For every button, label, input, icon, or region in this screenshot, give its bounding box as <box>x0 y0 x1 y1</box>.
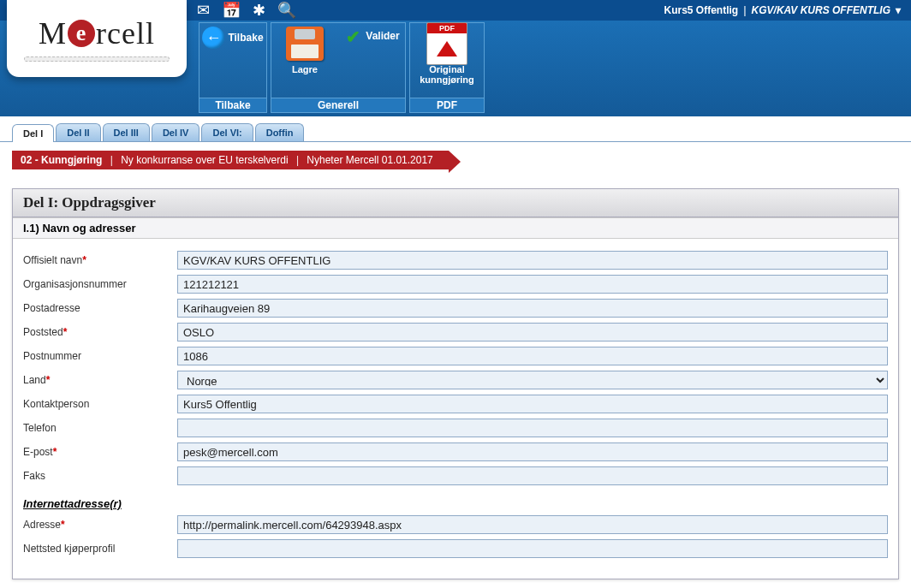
logo-text: M e rcell <box>39 15 155 51</box>
logo[interactable]: M e rcell <box>7 0 187 77</box>
label-faks: Faks <box>23 470 177 482</box>
ribbon-group-label: Tilbake <box>199 98 266 112</box>
section-title: I.1) Navn og adresser <box>13 217 898 239</box>
tab-del-vi[interactable]: Del VI: <box>201 123 253 141</box>
input-nettsted[interactable] <box>177 539 888 558</box>
row-epost: E-post* <box>23 442 888 461</box>
tab-del-iv[interactable]: Del IV <box>152 123 200 141</box>
row-kontaktperson: Kontaktperson <box>23 395 888 413</box>
input-poststed[interactable] <box>177 323 888 342</box>
row-faks: Faks <box>23 466 888 485</box>
input-orgnr[interactable] <box>177 275 888 294</box>
logo-stitch <box>24 56 170 62</box>
ribbon-group-tilbake: ← Tilbake Tilbake <box>199 22 267 113</box>
ribbon-group-pdf: PDF Original kunngjøring PDF <box>409 22 485 113</box>
ribbon-group-label: PDF <box>410 98 484 112</box>
select-land[interactable]: Norge <box>177 371 888 389</box>
row-land: Land* Norge <box>23 371 888 389</box>
logo-part1: M <box>39 15 67 51</box>
label-offisielt-navn: Offisielt navn* <box>23 254 177 266</box>
tab-del-iii[interactable]: Del III <box>103 123 150 141</box>
back-button[interactable]: ← Tilbake <box>199 23 266 98</box>
tab-doffin[interactable]: Doffin <box>255 123 305 141</box>
label-orgnr: Organisasjonsnummer <box>23 278 177 290</box>
input-postadresse[interactable] <box>177 299 888 318</box>
logo-badge: e <box>68 20 95 47</box>
logo-part2: rcell <box>96 15 155 51</box>
tabbar: Del I Del II Del III Del IV Del VI: Doff… <box>0 116 911 142</box>
row-adresse: Adresse* <box>23 515 888 534</box>
separator: | <box>743 4 746 16</box>
search-icon[interactable]: 🔍 <box>277 1 296 20</box>
banner-mid: Ny konkurranse over EU terskelverdi <box>121 154 288 166</box>
validate-label: Valider <box>366 30 399 42</box>
network-icon[interactable]: ✱ <box>253 1 265 20</box>
tab-del-i[interactable]: Del I <box>12 124 54 142</box>
panel-oppdragsgiver: Del I: Oppdragsgiver I.1) Navn og adress… <box>12 188 899 579</box>
pdf-icon: PDF <box>426 22 467 65</box>
label-land: Land* <box>23 374 177 386</box>
internet-heading: Internettadresse(r) <box>23 497 888 510</box>
input-kontaktperson[interactable] <box>177 395 888 413</box>
label-postnummer: Postnummer <box>23 350 177 362</box>
input-faks[interactable] <box>177 466 888 485</box>
row-offisielt-navn: Offisielt navn* <box>23 251 888 270</box>
row-poststed: Poststed* <box>23 323 888 342</box>
banner-code: 02 - Kunngjøring <box>21 154 102 166</box>
banner-right: Nyheter Mercell 01.01.2017 <box>307 154 432 166</box>
topbar-icons: ✉ 📅 ✱ 🔍 <box>197 1 296 20</box>
input-telefon[interactable] <box>177 419 888 437</box>
row-telefon: Telefon <box>23 419 888 437</box>
row-nettsted: Nettsted kjøperprofil <box>23 539 888 558</box>
banner-notch-icon <box>449 151 461 173</box>
banner: 02 - Kunngjøring | Ny konkurranse over E… <box>12 151 449 169</box>
input-offisielt-navn[interactable] <box>177 251 888 270</box>
topbar-user: Kurs5 Offentlig <box>664 4 739 16</box>
save-button[interactable]: Lagre <box>271 23 338 98</box>
pdf-label: Original kunngjøring <box>412 64 482 85</box>
back-label: Tilbake <box>228 32 263 44</box>
label-telefon: Telefon <box>23 422 177 434</box>
ribbon-group-generell: Lagre ✔ Valider Generell <box>271 22 406 113</box>
back-icon: ← <box>202 27 224 49</box>
input-adresse[interactable] <box>177 515 888 534</box>
calendar-icon[interactable]: 📅 <box>222 1 241 20</box>
label-nettsted: Nettsted kjøperprofil <box>23 543 177 555</box>
label-kontaktperson: Kontaktperson <box>23 398 177 410</box>
pdf-badge: PDF <box>427 23 467 33</box>
save-label: Lagre <box>292 64 318 74</box>
label-poststed: Poststed* <box>23 326 177 338</box>
row-postnummer: Postnummer <box>23 347 888 365</box>
ribbon-group-label: Generell <box>271 98 405 112</box>
row-postadresse: Postadresse <box>23 299 888 318</box>
input-epost[interactable] <box>177 442 888 461</box>
check-icon: ✔ <box>343 27 362 45</box>
label-epost: E-post* <box>23 446 177 458</box>
ribbon: M e rcell ← Tilbake Tilbake Lagre ✔ <box>0 21 911 116</box>
label-adresse: Adresse* <box>23 519 177 531</box>
input-postnummer[interactable] <box>177 347 888 365</box>
label-postadresse: Postadresse <box>23 302 177 314</box>
panel-title: Del I: Oppdragsgiver <box>13 189 898 217</box>
topbar-context[interactable]: Kurs5 Offentlig | KGV/KAV KURS OFFENTLIG… <box>664 4 901 16</box>
row-orgnr: Organisasjonsnummer <box>23 275 888 294</box>
floppy-icon <box>286 27 324 61</box>
validate-button[interactable]: ✔ Valider <box>338 23 405 98</box>
tab-del-ii[interactable]: Del II <box>56 123 100 141</box>
topbar-org: KGV/KAV KURS OFFENTLIG <box>752 4 890 16</box>
pdf-button[interactable]: PDF Original kunngjøring <box>410 23 484 98</box>
form-body: Offisielt navn* Organisasjonsnummer Post… <box>13 239 898 579</box>
chevron-down-icon: ▾ <box>896 4 901 16</box>
mail-icon[interactable]: ✉ <box>197 1 210 20</box>
